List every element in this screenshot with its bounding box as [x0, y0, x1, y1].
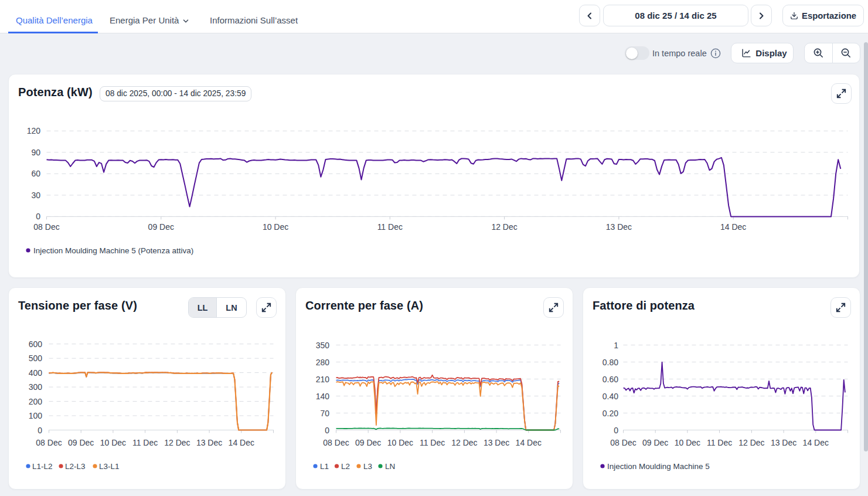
svg-text:11 Dec: 11 Dec — [377, 222, 403, 232]
svg-text:08 Dec: 08 Dec — [36, 438, 62, 447]
svg-text:210: 210 — [316, 375, 330, 384]
svg-text:L1: L1 — [320, 462, 329, 471]
svg-text:L2: L2 — [341, 462, 350, 471]
svg-text:0.80: 0.80 — [603, 358, 618, 367]
svg-text:400: 400 — [29, 368, 43, 378]
svg-text:13 Dec: 13 Dec — [196, 438, 222, 447]
svg-text:70: 70 — [320, 409, 329, 418]
svg-text:12 Dec: 12 Dec — [451, 438, 477, 447]
svg-text:0: 0 — [614, 426, 618, 435]
svg-text:L2-L3: L2-L3 — [65, 462, 86, 471]
svg-text:L3: L3 — [363, 462, 372, 471]
svg-text:08 Dec: 08 Dec — [323, 438, 349, 447]
svg-text:13 Dec: 13 Dec — [771, 438, 796, 447]
svg-text:10 Dec: 10 Dec — [263, 222, 288, 232]
svg-text:L1-L2: L1-L2 — [32, 462, 53, 471]
svg-text:L3-L1: L3-L1 — [99, 462, 120, 471]
svg-text:30: 30 — [31, 191, 40, 200]
svg-text:12 Dec: 12 Dec — [738, 438, 764, 447]
svg-text:11 Dec: 11 Dec — [132, 438, 158, 447]
svg-text:60: 60 — [31, 169, 40, 178]
svg-text:09 Dec: 09 Dec — [355, 438, 381, 447]
svg-text:90: 90 — [31, 148, 40, 157]
svg-text:0.40: 0.40 — [603, 392, 618, 401]
svg-text:14 Dec: 14 Dec — [229, 438, 254, 447]
svg-text:08 Dec: 08 Dec — [610, 438, 636, 447]
svg-text:12 Dec: 12 Dec — [164, 438, 190, 447]
svg-text:0: 0 — [36, 212, 40, 221]
svg-text:100: 100 — [29, 411, 43, 420]
svg-text:12 Dec: 12 Dec — [491, 222, 517, 232]
svg-text:09 Dec: 09 Dec — [148, 222, 174, 232]
svg-text:08 Dec: 08 Dec — [33, 222, 59, 232]
svg-text:Injection Moulding Machine 5 (: Injection Moulding Machine 5 (Potenza at… — [33, 246, 193, 255]
svg-text:0.20: 0.20 — [603, 409, 618, 418]
svg-text:0: 0 — [38, 426, 42, 435]
svg-text:300: 300 — [29, 382, 43, 392]
svg-text:09 Dec: 09 Dec — [642, 438, 668, 447]
svg-text:11 Dec: 11 Dec — [420, 438, 445, 447]
svg-text:200: 200 — [29, 397, 43, 406]
svg-text:10 Dec: 10 Dec — [675, 438, 700, 447]
svg-text:350: 350 — [316, 341, 330, 350]
svg-text:14 Dec: 14 Dec — [803, 438, 829, 447]
svg-text:10 Dec: 10 Dec — [387, 438, 413, 447]
svg-text:11 Dec: 11 Dec — [707, 438, 732, 447]
svg-text:600: 600 — [29, 339, 43, 349]
svg-text:14 Dec: 14 Dec — [720, 222, 746, 232]
svg-text:13 Dec: 13 Dec — [484, 438, 509, 447]
svg-text:10 Dec: 10 Dec — [100, 438, 126, 447]
svg-text:140: 140 — [316, 392, 330, 401]
svg-text:1: 1 — [614, 341, 618, 350]
svg-text:120: 120 — [27, 126, 41, 135]
svg-text:09 Dec: 09 Dec — [68, 438, 94, 447]
svg-text:0: 0 — [325, 426, 329, 435]
svg-text:13 Dec: 13 Dec — [606, 222, 632, 232]
svg-text:14 Dec: 14 Dec — [516, 438, 542, 447]
svg-text:280: 280 — [316, 358, 330, 367]
svg-text:0.60: 0.60 — [603, 375, 618, 384]
svg-text:Injection Moulding Machine 5: Injection Moulding Machine 5 — [607, 462, 710, 471]
svg-text:LN: LN — [385, 462, 395, 471]
svg-text:500: 500 — [29, 354, 43, 363]
